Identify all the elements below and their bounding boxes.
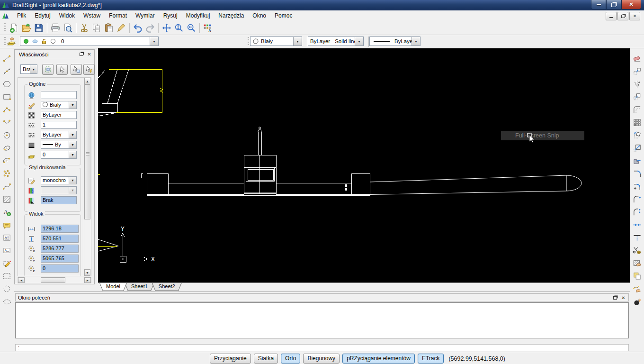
command-close-icon[interactable]: ✕ xyxy=(620,295,626,300)
linestyle-field[interactable]: ByLayer xyxy=(41,131,77,139)
quick-select-button[interactable] xyxy=(83,64,95,75)
menu-item-pomoc[interactable]: Pomoc xyxy=(270,11,296,20)
lineweight-field-dropdown[interactable] xyxy=(69,141,76,148)
note-button[interactable] xyxy=(2,219,12,230)
center-y-field[interactable]: 5065.765 xyxy=(41,255,79,263)
command-prompt-input[interactable]: : xyxy=(15,344,629,351)
menu-item-narzędzia[interactable]: Narzędzia xyxy=(214,11,248,20)
command-history[interactable] xyxy=(15,302,629,338)
pan-button[interactable] xyxy=(161,22,173,34)
entity-selector-dropdown[interactable] xyxy=(30,65,37,73)
mirror-button[interactable] xyxy=(632,79,643,89)
edit-hatch-button[interactable] xyxy=(632,258,643,268)
cut-button[interactable] xyxy=(78,22,90,34)
chamfer-button[interactable] xyxy=(632,194,643,204)
lineweight-combo[interactable]: ByLayer xyxy=(369,36,420,46)
layer-preview-button[interactable]: A xyxy=(202,22,214,34)
rectangle-button[interactable] xyxy=(2,91,12,102)
simple-note-button[interactable]: A xyxy=(2,245,12,255)
scroll-right-icon[interactable]: ► xyxy=(84,277,91,283)
offset-button[interactable] xyxy=(632,104,643,115)
view-width-field[interactable]: 1296.18 xyxy=(41,225,79,233)
status-siatka[interactable]: Siatka xyxy=(254,354,278,364)
pattern-button[interactable] xyxy=(632,117,643,127)
command-float-icon[interactable] xyxy=(612,295,618,300)
entity-selector-combo[interactable]: Bra xyxy=(20,64,37,74)
copy-entity-button[interactable] xyxy=(632,66,643,76)
edit-spline-button[interactable] xyxy=(632,283,643,294)
print-style-dropdown[interactable] xyxy=(69,177,76,184)
panel-close-icon[interactable]: ✕ xyxy=(86,51,92,57)
open-file-button[interactable] xyxy=(20,22,33,34)
layer-dropdown-button[interactable] xyxy=(150,37,158,46)
split-button[interactable] xyxy=(632,245,643,255)
zoom-dynamic-button[interactable] xyxy=(173,22,185,34)
line-button[interactable] xyxy=(2,53,12,64)
layer-combo[interactable]: 0 xyxy=(20,36,159,46)
overlap-button[interactable] xyxy=(632,271,643,281)
menu-item-edytuj[interactable]: Edytuj xyxy=(30,11,54,20)
status-biegunowy[interactable]: Biegunowy xyxy=(303,354,340,364)
move-button[interactable] xyxy=(632,91,643,102)
toolbar-grip[interactable] xyxy=(248,37,249,46)
redo-button[interactable] xyxy=(144,22,156,34)
print-style-field[interactable]: monochro xyxy=(41,176,77,184)
explode-button[interactable] xyxy=(632,296,643,307)
color-dropdown-button[interactable] xyxy=(293,37,302,46)
select-add-button[interactable] xyxy=(71,64,82,75)
menu-item-format[interactable]: Format xyxy=(105,11,131,20)
mdi-close-button[interactable]: ✕ xyxy=(629,12,640,20)
ellipse-button[interactable] xyxy=(2,143,12,153)
scroll-down-icon[interactable]: ▼ xyxy=(84,269,90,276)
insert-text-button[interactable]: A xyxy=(2,207,12,217)
linescale-field[interactable]: 1 xyxy=(41,121,77,129)
linestyle-field-dropdown[interactable] xyxy=(69,131,76,138)
properties-hscrollbar[interactable]: ◄ ► xyxy=(18,277,91,283)
menu-item-widok[interactable]: Widok xyxy=(55,11,79,20)
status-orto[interactable]: Orto xyxy=(281,354,300,364)
status-przyciąganie[interactable]: Przyciąganie xyxy=(210,354,251,364)
view-height-field[interactable]: 570.551 xyxy=(41,235,79,243)
properties-header[interactable]: Właściwości ✕ xyxy=(15,50,94,59)
linestyle-combo[interactable]: ByLayer Solid line xyxy=(308,36,364,46)
spline-button[interactable] xyxy=(2,181,12,191)
linestyle-dropdown-button[interactable] xyxy=(355,37,363,46)
color-combo[interactable]: Biały xyxy=(250,36,302,46)
scroll-up-icon[interactable]: ▲ xyxy=(84,78,90,84)
polygon-button[interactable] xyxy=(2,79,12,89)
status-etrack[interactable]: ETrack xyxy=(418,354,444,364)
arc-button[interactable] xyxy=(2,104,12,115)
layer-manager-button[interactable] xyxy=(5,36,18,48)
copy-button[interactable] xyxy=(90,22,103,34)
print-button[interactable] xyxy=(49,22,62,34)
command-window-header[interactable]: Okno poleceń ✕ xyxy=(15,293,629,301)
format-painter-button[interactable] xyxy=(115,22,127,34)
lineweight-dropdown-button[interactable] xyxy=(411,37,420,46)
menu-item-wymiar[interactable]: Wymiar xyxy=(131,11,159,20)
construction-line-button[interactable] xyxy=(2,66,12,76)
layer-field[interactable]: 0 xyxy=(41,151,77,159)
trim-button[interactable] xyxy=(632,232,643,243)
layer-field-dropdown[interactable] xyxy=(69,151,76,158)
new-file-button[interactable] xyxy=(8,22,20,34)
drawing-canvas[interactable]: Y X Full-Screen Snip xyxy=(98,48,630,282)
scroll-left-icon[interactable]: ◄ xyxy=(18,277,25,283)
menu-item-plik[interactable]: Plik xyxy=(13,11,30,20)
lineweight-field[interactable]: By xyxy=(41,141,77,149)
hyperlink-field[interactable] xyxy=(41,91,77,99)
properties-vscrollbar[interactable]: ▲ ▼ xyxy=(84,78,91,276)
tab-sheet2[interactable]: Sheet2 xyxy=(152,283,182,291)
print-none-field[interactable]: Brak xyxy=(41,196,77,204)
center-x-field[interactable]: 5286.777 xyxy=(41,245,79,253)
mdi-minimize-button[interactable] xyxy=(606,12,617,20)
select-cursor-button[interactable] xyxy=(56,64,68,75)
minimize-button[interactable] xyxy=(591,0,606,9)
tab-model[interactable]: Model xyxy=(99,283,127,291)
color-field[interactable]: Biały xyxy=(41,101,77,109)
snip-tooltip[interactable]: Full-Screen Snip xyxy=(501,131,584,140)
hatch-button[interactable] xyxy=(2,194,12,204)
stretch-button[interactable] xyxy=(632,155,643,166)
zoom-back-button[interactable] xyxy=(185,22,197,34)
print-preview-button[interactable] xyxy=(62,22,74,34)
selection-cloud-button[interactable] xyxy=(2,296,12,307)
